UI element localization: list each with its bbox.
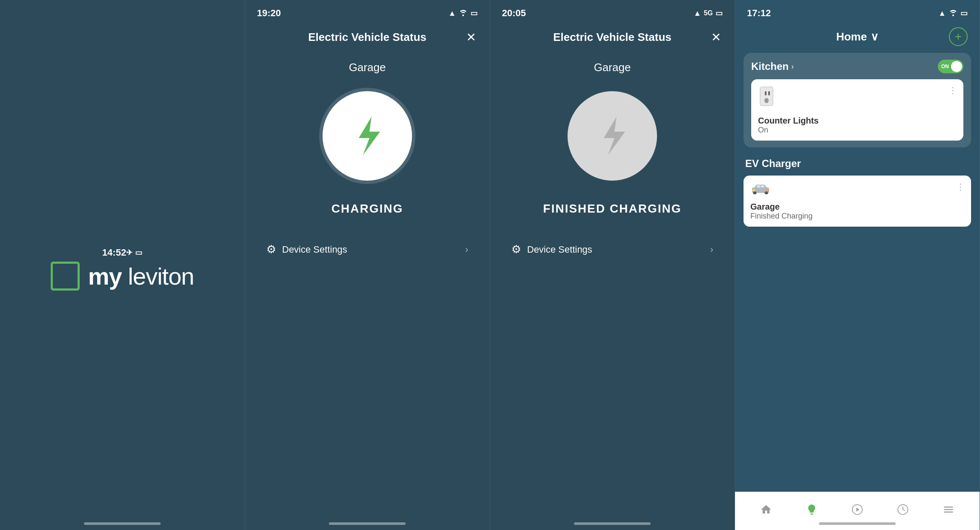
nav-automation[interactable] (851, 504, 863, 518)
battery-icon: ▭ (135, 248, 142, 257)
outlet-icon (758, 86, 775, 107)
ev-charging-icon (323, 91, 412, 181)
ev-status-finished: FINISHED CHARGING (543, 202, 682, 216)
nav-more[interactable] (943, 504, 954, 518)
gear-icon-2: ⚙ (266, 243, 276, 256)
car-icon-row (750, 182, 964, 198)
kitchen-toggle[interactable]: ON (938, 60, 963, 73)
svg-marker-14 (856, 507, 859, 511)
ev-location-3: Garage (594, 61, 631, 74)
ev-title-3: Electric Vehicle Status (553, 31, 671, 44)
kitchen-section: Kitchen › ON ⋮ (744, 53, 971, 147)
bolt-icon-finished (591, 115, 634, 157)
bolt-icon-charging (346, 115, 389, 157)
signal-icon: ▲ (448, 9, 456, 18)
leviton-brand-text: my leviton (88, 262, 194, 290)
ev-status-charging: CHARGING (331, 202, 403, 216)
signal-icon-3: ▲ (694, 9, 701, 18)
ev-header-2: Electric Vehicle Status ✕ (245, 22, 490, 48)
battery-icon-2: ▭ (470, 9, 478, 18)
ev-body-3: Garage FINISHED CHARGING ⚙ Device Settin… (490, 48, 735, 530)
status-bar-4: 17:12 ▲ ▭ (735, 0, 980, 22)
settings-label-2: Device Settings (282, 244, 347, 255)
svg-rect-17 (944, 509, 953, 510)
home-indicator-4 (819, 522, 896, 525)
counter-lights-card[interactable]: ⋮ Counter Lights On (751, 79, 963, 141)
kitchen-name[interactable]: Kitchen › (751, 60, 794, 72)
home-header: Home ∨ + (735, 22, 980, 53)
close-button-2[interactable]: ✕ (466, 32, 476, 43)
card-dots-2[interactable]: ⋮ (956, 181, 965, 192)
svg-rect-10 (761, 185, 764, 187)
battery-icon-3: ▭ (715, 9, 723, 18)
ev-finished-panel: 20:05 ▲ 5G ▭ Electric Vehicle Status ✕ G… (490, 0, 735, 530)
chevron-right-icon-2: › (465, 244, 468, 255)
menu-nav-icon (943, 504, 954, 518)
home-dashboard-panel: 17:12 ▲ ▭ Home ∨ + Kitchen › (735, 0, 980, 530)
status-icons-1: ✈ ▭ (126, 248, 142, 257)
outlet-icon-row (758, 86, 957, 112)
gear-icon-3: ⚙ (511, 243, 521, 256)
time-4: 17:12 (747, 8, 771, 19)
nav-activity[interactable] (897, 504, 909, 518)
status-bar-3: 20:05 ▲ 5G ▭ (490, 0, 735, 22)
svg-rect-11 (752, 190, 755, 191)
home-content: Kitchen › ON ⋮ (735, 53, 980, 492)
wifi-icon-4 (948, 9, 958, 18)
car-icon (750, 182, 771, 196)
clock-nav-icon (897, 504, 909, 518)
time-1: 14:52 (102, 247, 126, 258)
svg-rect-18 (944, 512, 953, 513)
ev-header-3: Electric Vehicle Status ✕ (490, 22, 735, 48)
ev-body-2: Garage CHARGING ⚙ Device Settings › (245, 48, 490, 530)
nav-scenes[interactable] (806, 504, 818, 518)
time-3: 20:05 (502, 8, 526, 19)
svg-rect-16 (944, 507, 953, 507)
status-bar-1: 14:52 ✈ ▭ (90, 239, 154, 262)
ev-charger-section: EV Charger ⋮ Garage (744, 158, 971, 227)
svg-rect-9 (757, 185, 760, 187)
garage-ev-card[interactable]: ⋮ Garage Finished Charging (744, 176, 971, 227)
signal-icon-4: ▲ (938, 9, 946, 18)
svg-rect-3 (765, 91, 767, 95)
svg-rect-7 (753, 192, 756, 194)
chevron-right-icon-3: › (710, 244, 713, 255)
battery-icon-4: ▭ (960, 9, 968, 18)
settings-label-3: Device Settings (527, 244, 592, 255)
add-button[interactable]: + (949, 27, 968, 46)
5g-icon: 5G (704, 9, 713, 17)
garage-ev-status: Finished Charging (750, 212, 964, 221)
status-icons-3: ▲ 5G ▭ (694, 9, 723, 18)
svg-marker-1 (604, 117, 625, 155)
counter-lights-status: On (758, 126, 957, 135)
toggle-thumb (951, 61, 962, 72)
home-indicator-1 (84, 522, 161, 525)
chevron-down-icon: ∨ (870, 30, 879, 43)
svg-rect-4 (768, 91, 770, 95)
svg-marker-0 (359, 117, 380, 155)
settings-row-2[interactable]: ⚙ Device Settings › (254, 237, 481, 262)
garage-ev-name: Garage (750, 202, 964, 212)
ev-finished-icon (568, 91, 657, 181)
kitchen-header: Kitchen › ON (751, 60, 963, 73)
home-title[interactable]: Home ∨ (836, 30, 878, 43)
kitchen-toggle-track[interactable]: ON (938, 60, 963, 73)
home-indicator-2 (329, 522, 406, 525)
ev-title-2: Electric Vehicle Status (308, 31, 426, 44)
ev-location-2: Garage (349, 61, 386, 74)
airplane-icon: ✈ (126, 248, 133, 257)
home-nav-icon (760, 504, 772, 518)
svg-rect-8 (765, 192, 768, 194)
time-2: 19:20 (257, 8, 281, 19)
kitchen-chevron-icon: › (791, 62, 794, 71)
ev-section-label: EV Charger (744, 158, 971, 170)
settings-row-3[interactable]: ⚙ Device Settings › (499, 237, 726, 262)
leviton-square-icon (51, 262, 80, 291)
status-icons-4: ▲ ▭ (938, 9, 968, 18)
leviton-logo: my leviton (51, 262, 194, 291)
card-dots-1[interactable]: ⋮ (948, 85, 957, 95)
status-icons-2: ▲ ▭ (448, 9, 478, 18)
close-button-3[interactable]: ✕ (711, 32, 721, 43)
nav-home[interactable] (760, 504, 772, 518)
bulb-nav-icon (806, 504, 818, 518)
